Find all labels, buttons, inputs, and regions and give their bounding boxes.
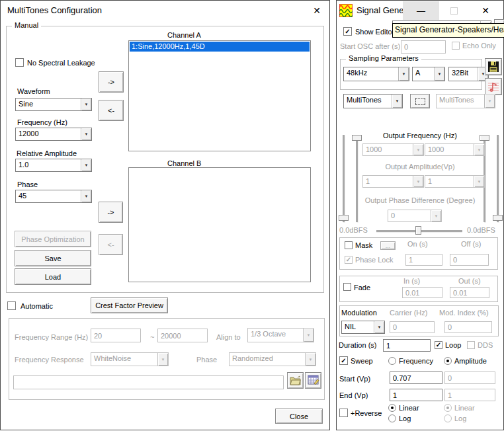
end-a-input[interactable] <box>390 389 442 401</box>
bit-depth-select[interactable]: 32Bit ▼ <box>448 67 489 81</box>
on-input[interactable] <box>405 254 442 266</box>
wave-config-button[interactable] <box>410 94 430 108</box>
mod-index-input[interactable] <box>444 321 492 333</box>
chevron-down-icon[interactable]: ▼ <box>392 95 402 108</box>
chevron-down-icon[interactable]: ▼ <box>374 321 384 333</box>
crest-factor-preview-button[interactable]: Crest Factor Preview <box>91 297 168 313</box>
channel-a-list[interactable]: 1:Sine,12000Hz,1,45D <box>128 40 311 151</box>
off-input[interactable] <box>450 254 489 266</box>
echo-only-checkbox[interactable] <box>452 42 460 50</box>
open-file-button[interactable] <box>287 372 304 389</box>
start-a-input[interactable] <box>390 372 442 384</box>
show-editor-checkbox[interactable]: ✓ <box>343 27 352 36</box>
log-radio[interactable] <box>388 414 396 422</box>
relative-amplitude-select[interactable]: 1.0 ▼ <box>15 159 92 172</box>
close-icon[interactable]: ✕ <box>306 2 327 19</box>
sample-rate-select[interactable]: 48kHz ▼ <box>343 67 409 81</box>
chevron-down-icon[interactable]: ▼ <box>81 128 91 140</box>
log2-radio[interactable] <box>444 414 452 422</box>
check-icon: ✓ <box>436 342 441 348</box>
frequency-response-select[interactable]: WhiteNoise ▼ <box>91 352 169 366</box>
output-phase-select[interactable]: 0 ▼ <box>388 210 442 222</box>
frequency-range-to-input[interactable] <box>157 329 208 342</box>
chevron-down-icon[interactable]: ▼ <box>434 67 444 81</box>
output-amplitude-label: Output Amplitude(Vp) <box>360 163 480 172</box>
waveform-select[interactable]: Sine ▼ <box>15 98 92 111</box>
start-osc-input[interactable] <box>401 40 446 54</box>
sweep-amplitude-label: Amplitude <box>454 357 487 366</box>
left-outer-volume-thumb[interactable] <box>339 215 349 221</box>
fade-out-input[interactable] <box>450 287 489 298</box>
frequency-range-label: Frequency Range (Hz) <box>15 333 88 342</box>
chevron-down-icon[interactable]: ▼ <box>398 67 409 81</box>
frequency-select[interactable]: 12000 ▼ <box>15 128 92 141</box>
phase-label: Phase <box>17 180 38 190</box>
file-path-input[interactable] <box>13 375 284 389</box>
reverse-checkbox[interactable] <box>339 409 348 417</box>
phase-select[interactable]: 45 ▼ <box>15 190 92 203</box>
sweep-amplitude-radio[interactable] <box>444 357 452 365</box>
remove-from-channel-b-button[interactable]: <- <box>99 234 123 255</box>
duration-input[interactable] <box>383 339 431 352</box>
check-icon: ✓ <box>345 28 350 35</box>
linear2-radio[interactable] <box>444 404 452 412</box>
save-signal-button[interactable] <box>485 58 502 75</box>
phase-mode-select[interactable]: Randomized ▼ <box>229 352 316 366</box>
send-to-editor-button[interactable] <box>305 372 321 389</box>
sweep-frequency-radio[interactable] <box>388 357 396 365</box>
sweep-frequency-label: Frequency <box>399 357 433 366</box>
output-frequency-label: Output Frequency (Hz) <box>360 132 480 141</box>
phase-lock-checkbox[interactable]: ✓ <box>345 256 353 264</box>
phase-optimization-button[interactable]: Phase Optimization <box>15 231 91 247</box>
right-inner-volume-thumb[interactable] <box>480 135 489 141</box>
chevron-down-icon[interactable]: ▼ <box>81 98 91 110</box>
automatic-checkbox[interactable] <box>7 301 16 310</box>
dds-checkbox[interactable] <box>467 341 475 349</box>
output-frequency-b-select[interactable]: 1000 ▼ <box>425 143 485 156</box>
loop-checkbox[interactable]: ✓ <box>435 341 442 349</box>
channel-a-label: Channel A <box>167 31 201 40</box>
music-note-button[interactable] <box>485 78 502 95</box>
channel-b-list[interactable] <box>128 167 311 282</box>
move-to-channel-a-button[interactable]: -> <box>99 71 124 93</box>
dbfs-right-label: 0.0dBFS <box>467 226 495 235</box>
output-frequency-a-select[interactable]: 1000 ▼ <box>362 143 424 156</box>
output-amplitude-b-select[interactable]: 1 ▼ <box>425 175 485 188</box>
mask-checkbox[interactable] <box>345 241 353 249</box>
mask-more-button[interactable]: ... <box>380 241 396 250</box>
sweep-checkbox[interactable]: ✓ <box>339 356 348 365</box>
save-button[interactable]: Save <box>15 250 91 266</box>
move-to-channel-b-button[interactable]: -> <box>99 202 123 223</box>
chevron-down-icon[interactable]: ▼ <box>81 190 91 202</box>
window-title: MultiTones Configuration <box>7 5 102 16</box>
align-to-select[interactable]: 1/3 Octave ▼ <box>247 328 314 342</box>
channel-a-selected-item[interactable]: 1:Sine,12000Hz,1,45D <box>130 42 310 52</box>
balance-slider-thumb[interactable] <box>415 226 421 235</box>
maximize-icon[interactable] <box>450 7 458 15</box>
wave-type-a-select[interactable]: MultiTones ▼ <box>343 94 403 108</box>
close-button[interactable]: Close <box>275 409 323 424</box>
remove-from-channel-a-button[interactable]: <- <box>99 100 124 121</box>
frequency-range-from-input[interactable] <box>91 329 141 342</box>
echo-only-label: Echo Only <box>462 42 496 51</box>
align-to-label: Align to <box>216 333 241 342</box>
close-icon[interactable]: ✕ <box>472 2 499 19</box>
chevron-down-icon[interactable]: ▼ <box>81 159 91 171</box>
phase-mode-label: Phase <box>196 356 217 365</box>
minimize-icon[interactable]: — <box>403 1 439 20</box>
output-amplitude-a-select[interactable]: 1 ▼ <box>362 175 424 188</box>
wave-type-b-select[interactable]: MultiTones ▼ <box>436 94 495 108</box>
start-b-input[interactable] <box>444 372 495 384</box>
no-spectral-leakage-checkbox[interactable] <box>15 58 24 67</box>
end-b-input[interactable] <box>444 389 495 401</box>
load-button[interactable]: Load <box>15 268 91 285</box>
left-outer-volume-slider <box>343 135 345 222</box>
right-outer-volume-thumb[interactable] <box>493 215 503 221</box>
modulation-select[interactable]: NIL ▼ <box>341 321 385 334</box>
linear-radio[interactable] <box>388 404 396 412</box>
fade-checkbox[interactable] <box>343 283 351 291</box>
fade-in-input[interactable] <box>402 287 442 298</box>
channel-select[interactable]: A ▼ <box>412 67 445 81</box>
signal-generator-app-icon <box>339 4 353 17</box>
carrier-input[interactable] <box>390 321 435 333</box>
